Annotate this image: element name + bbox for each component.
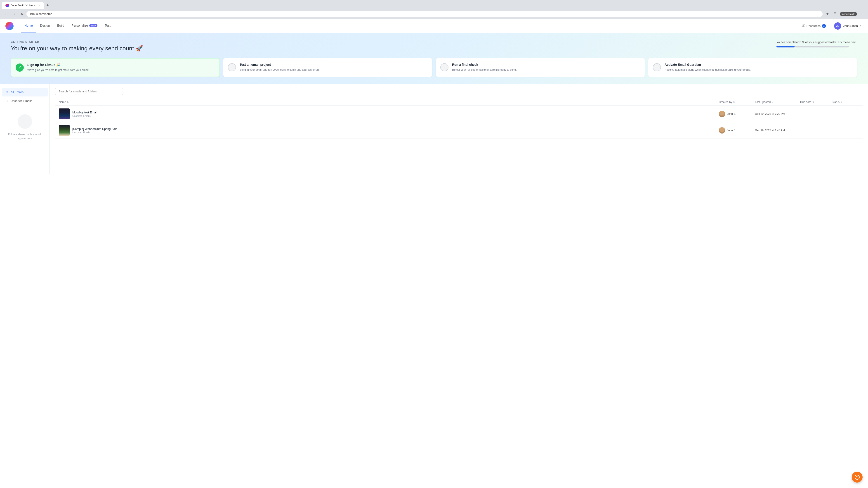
close-tab-button[interactable]: × [38,4,40,7]
col-due-date[interactable]: Due date ⇅ [800,101,832,104]
new-badge: New [89,24,97,27]
sort-name-icon: ⇅ [67,101,69,103]
svg-point-1 [857,478,857,479]
col-created-by[interactable]: Created by ⇅ [719,101,755,104]
gs-cards: ✓ Sign up for Litmus 🎉 We're glad you're… [11,58,857,77]
email-name-1: Moodjoy test Email [72,111,97,114]
unsorted-emails-label: Unsorted Emails [11,99,32,103]
help-icon [855,475,860,480]
checkmark-icon: ✓ [16,64,24,72]
email-name-cell-2: [Sample] Wonderblum Spring Sale Unsorted… [59,125,719,136]
sidebar-item-all-emails[interactable]: ✉ All Emails [2,88,48,96]
logo[interactable] [5,22,13,30]
browser-actions: ★ ☰ Incognito (2) ⋮ [825,11,865,17]
avatar: JJ [834,22,841,30]
email-name-cell-1: Moodjoy test Email Unsorted Emails [59,108,719,119]
shared-folders-text: Folders shared with you will appear here [4,132,46,140]
gs-title: You're on your way to making every send … [11,45,143,52]
email-info-2: [Sample] Wonderblum Spring Sale Unsorted… [72,127,117,134]
nav-test[interactable]: Test [101,19,114,33]
resources-count: 1 [822,24,826,28]
avatar-face-1 [719,111,725,117]
empty-state-icon [18,114,32,129]
forward-button[interactable]: → [11,11,17,17]
gs-card-signup-title: Sign up for Litmus 🎉 [27,63,89,67]
table-row[interactable]: [Sample] Wonderblum Spring Sale Unsorted… [55,122,863,139]
browser-chrome: John Smith > Litmus × + ← → ↻ ★ ☰ Incogn… [0,0,868,19]
gs-card-guardian-title: Activate Email Guardian [664,63,751,66]
info-icon: ⓘ [802,24,805,28]
last-updated-cell-1: Dec 20, 2023 at 7:29 PM [755,112,800,116]
back-button[interactable]: ← [3,11,9,17]
sort-due-icon: ⇅ [812,101,814,103]
nav-design[interactable]: Design [36,19,54,33]
nav-right: ⓘ Resources 1 JJ John Smith ▾ [799,22,863,31]
circle-icon-1 [228,63,236,71]
menu-button[interactable]: ⋮ [859,11,865,17]
tab-title: John Smith > Litmus [11,4,35,7]
email-folder-1: Unsorted Emails [72,115,97,117]
progress-bar-track [776,46,849,47]
nav-build[interactable]: Build [54,19,68,33]
gs-card-finalcheck-content: Run a final check Retest your revised em… [452,63,517,72]
sort-created-icon: ⇅ [733,101,735,103]
search-input[interactable] [55,88,123,95]
nav-home[interactable]: Home [21,19,36,33]
gs-text: GETTING STARTED You're on your way to ma… [11,40,143,53]
avatar-2 [719,127,725,133]
table-header: Name ⇅ Created by ⇅ Last updated ⇅ Due d… [55,99,863,106]
address-input[interactable] [26,11,823,17]
reader-mode-button[interactable]: ☰ [832,11,838,17]
user-name: John Smith [843,24,858,28]
gs-card-test-title: Test an email project [240,63,320,66]
nav-personalize[interactable]: Personalize New [68,19,101,33]
app: Home Design Build Personalize New Test ⓘ… [0,19,868,488]
gs-card-guardian[interactable]: Activate Email Guardian Receive automati… [648,58,857,77]
table-row[interactable]: Moodjoy test Email Unsorted Emails John … [55,106,863,122]
folder-icon: ⊖ [5,99,8,103]
tab-favicon [5,4,9,7]
gs-card-guardian-content: Activate Email Guardian Receive automati… [664,63,751,72]
all-emails-label: All Emails [11,90,24,94]
avatar-face-2 [719,127,725,133]
email-info-1: Moodjoy test Email Unsorted Emails [72,111,97,117]
active-tab: John Smith > Litmus × [2,2,43,9]
email-thumb-1 [59,108,70,119]
incognito-badge[interactable]: Incognito (2) [840,12,857,16]
gs-card-finalcheck-title: Run a final check [452,63,517,66]
shared-folders-section: Folders shared with you will appear here [0,105,50,150]
gs-card-test-desc: Send in your email and run QA checks to … [240,68,320,72]
gs-card-signup-desc: We're glad you're here to get more from … [27,68,89,72]
user-menu-button[interactable]: JJ John Smith ▾ [832,22,863,31]
sidebar-item-unsorted[interactable]: ⊖ Unsorted Emails [2,96,48,105]
resources-button[interactable]: ⓘ Resources 1 [799,23,829,29]
bookmark-button[interactable]: ★ [825,11,830,17]
gs-progress-text: You've completed 1/4 of your suggested t… [776,40,857,44]
col-last-updated[interactable]: Last updated ⇅ [755,101,800,104]
gs-card-finalcheck[interactable]: Run a final check Retest your revised em… [436,58,645,77]
email-thumb-2 [59,125,70,136]
chevron-down-icon: ▾ [860,25,861,27]
reload-button[interactable]: ↻ [19,11,25,17]
email-name-2: [Sample] Wonderblum Spring Sale [72,127,117,131]
inbox-icon: ✉ [5,90,8,94]
gs-card-guardian-desc: Receive automatic alerts when client cha… [664,68,751,72]
gs-card-signup[interactable]: ✓ Sign up for Litmus 🎉 We're glad you're… [11,58,220,77]
col-name[interactable]: Name ⇅ [59,101,719,104]
top-nav: Home Design Build Personalize New Test ⓘ… [0,19,868,33]
sort-updated-icon: ⇅ [772,101,773,103]
email-folder-2: Unsorted Emails [72,131,117,134]
gs-card-test[interactable]: Test an email project Send in your email… [223,58,432,77]
help-button[interactable] [852,472,863,483]
created-by-cell-2: John S. [719,127,755,133]
new-tab-button[interactable]: + [44,2,51,9]
last-updated-cell-2: Dec 19, 2023 at 1:46 AM [755,129,800,132]
gs-progress-section: You've completed 1/4 of your suggested t… [776,40,857,47]
getting-started-section: GETTING STARTED You're on your way to ma… [0,33,868,84]
gs-label: GETTING STARTED [11,40,143,43]
email-table-section: Name ⇅ Created by ⇅ Last updated ⇅ Due d… [50,84,868,174]
gs-header: GETTING STARTED You're on your way to ma… [11,40,857,53]
col-status[interactable]: Status ⇅ [832,101,859,104]
circle-icon-2 [440,63,448,71]
sort-status-icon: ⇅ [840,101,842,103]
